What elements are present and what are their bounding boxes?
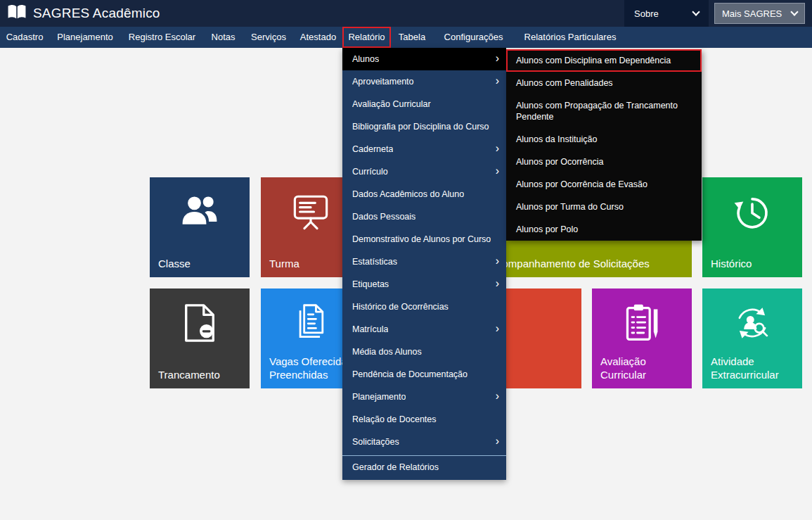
menu-item-label: Estatísticas [352,257,397,267]
submenu-item-instituicao[interactable]: Alunos da Instituição [506,128,702,151]
menu-item-label: Matrícula [352,324,388,334]
menu-item-label: Solicitações [352,437,399,447]
submenu-item-propagacao-trancamento[interactable]: Alunos com Propagação de Trancamento Pen… [506,94,702,128]
submenu-arrow-icon: › [496,53,499,64]
sobre-label: Sobre [634,8,659,19]
submenu-arrow-icon: › [496,323,499,334]
submenu-item-disciplina-dependencia[interactable]: Alunos com Disciplina em Dependência [506,49,702,72]
documents-icon [291,303,330,345]
submenu-arrow-icon: › [496,75,499,87]
mais-sagres-dropdown[interactable]: Mais SAGRES [714,3,805,24]
menu-item-solicitacoes[interactable]: Solicitações › [342,431,506,453]
menu-item-avaliacao-curricular[interactable]: Avaliação Curricular [342,93,506,115]
menu-notas[interactable]: Notas [203,27,243,48]
menu-tabela[interactable]: Tabela [391,27,433,48]
menu-item-aproveitamento[interactable]: Aproveitamento › [342,70,506,93]
submenu-arrow-icon: › [496,391,499,402]
main-menubar: Cadastro Planejamento Registro Escolar N… [0,27,812,48]
submenu-arrow-icon: › [496,278,499,289]
menu-item-bibliografia[interactable]: Bibliografia por Disciplina do Curso [342,115,506,138]
menu-item-planejamento[interactable]: Planejamento › [342,386,506,408]
menu-item-label: Relação de Docentes [352,414,437,424]
menu-item-label: Alunos [352,54,379,64]
menu-item-label: Dados Pessoais [352,212,415,222]
menu-item-estatisticas[interactable]: Estatísticas › [342,251,506,273]
menu-item-label: Gerador de Relatórios [352,462,439,472]
menu-item-matricula[interactable]: Matrícula › [342,318,506,341]
tile-label: Acompanhamento de Solicitações [490,257,686,270]
submenu-item-polo[interactable]: Alunos por Polo [506,218,702,241]
menu-item-demonstrativo[interactable]: Demonstrativo de Alunos por Curso [342,228,506,251]
menu-registro-escolar[interactable]: Registro Escolar [121,27,203,48]
clipboard-pencil-icon [622,303,662,346]
menu-item-caderneta[interactable]: Caderneta › [342,138,506,160]
menu-item-label: Aproveitamento [352,77,414,87]
tile-label: Avaliação Curricular [600,355,686,381]
menu-item-historico-ocorrencias[interactable]: Histórico de Ocorrências [342,296,506,318]
menu-item-label: Histórico de Ocorrências [352,302,449,312]
submenu-arrow-icon: › [496,165,499,177]
submenu-arrow-icon: › [496,255,499,267]
tile-trancamento[interactable]: Trancamento [150,288,250,388]
menu-item-dados-pessoais[interactable]: Dados Pessoais [342,205,506,228]
menu-cadastro[interactable]: Cadastro [0,27,49,48]
menu-atestado[interactable]: Atestado [294,27,342,48]
presentation-icon [290,191,331,235]
menu-item-dados-academicos[interactable]: Dados Acadêmicos do Aluno [342,183,506,205]
sobre-dropdown[interactable]: Sobre [624,0,709,27]
tile-label: Atividade Extracurricular [711,355,797,381]
tile-label: Histórico [711,257,797,270]
submenu-item-ocorrencia[interactable]: Alunos por Ocorrência [506,151,702,173]
menu-item-label: Média dos Alunos [352,347,422,357]
menu-item-label: Caderneta [352,144,393,154]
submenu-arrow-icon: › [496,143,499,154]
tile-historico[interactable]: Histórico [702,177,802,277]
submenu-item-ocorrencia-evasao[interactable]: Alunos por Ocorrência de Evasão [506,173,702,196]
mais-sagres-label: Mais SAGRES [722,8,782,19]
app-brand: SAGRES Acadêmico [7,4,160,23]
people-search-icon [732,303,773,346]
menu-planejamento[interactable]: Planejamento [49,27,121,48]
people-icon [179,191,221,234]
menu-item-label: Planejamento [352,392,406,402]
submenu-item-turma-curso[interactable]: Alunos por Turma do Curso [506,196,702,218]
menu-item-label: Etiquetas [352,279,389,289]
menu-item-curriculo[interactable]: Currículo › [342,160,506,183]
menu-item-relacao-docentes[interactable]: Relação de Docentes [342,408,506,431]
menu-servicos[interactable]: Serviços [243,27,294,48]
tile-atividade-extracurricular[interactable]: Atividade Extracurricular [702,288,802,388]
menu-item-label: Dados Acadêmicos do Aluno [352,189,464,199]
history-icon [732,191,773,235]
tile-label: Classe [158,257,244,270]
menu-item-label: Avaliação Curricular [352,99,431,109]
menu-item-label: Demonstrativo de Alunos por Curso [352,234,491,244]
tile-classe[interactable]: Classe [150,177,250,277]
chevron-down-icon [692,8,700,15]
menu-configuracoes[interactable]: Configurações [433,27,514,48]
tile-avaliacao-curricular[interactable]: Avaliação Curricular [592,288,692,388]
menu-item-label: Pendência de Documentação [352,369,468,379]
tile-label: Trancamento [158,368,244,381]
submenu-arrow-icon: › [496,436,499,447]
app-title: SAGRES Acadêmico [33,6,160,21]
menu-relatorios-particulares[interactable]: Relatórios Particulares [514,27,626,48]
document-minus-icon [181,303,219,346]
relatorio-dropdown-menu: Alunos › Aproveitamento › Avaliação Curr… [342,48,506,480]
chevron-down-icon [790,8,798,15]
app-header: SAGRES Acadêmico Sobre Mais SAGRES [0,0,812,27]
menu-item-etiquetas[interactable]: Etiquetas › [342,273,506,296]
menu-item-label: Currículo [352,167,388,177]
submenu-item-penalidades[interactable]: Alunos com Penalidades [506,72,702,94]
menu-relatorio[interactable]: Relatório [342,27,391,48]
menu-item-gerador-relatorios[interactable]: Gerador de Relatórios [342,455,506,478]
menu-item-media-alunos[interactable]: Média dos Alunos [342,341,506,363]
alunos-submenu: Alunos com Disciplina em Dependência Alu… [506,49,702,241]
open-book-icon [7,4,27,23]
menu-item-alunos[interactable]: Alunos › [342,48,506,70]
header-actions: Sobre Mais SAGRES [624,0,812,27]
menu-item-pendencia-documentacao[interactable]: Pendência de Documentação [342,363,506,386]
menu-item-label: Bibliografia por Disciplina do Curso [352,122,489,132]
